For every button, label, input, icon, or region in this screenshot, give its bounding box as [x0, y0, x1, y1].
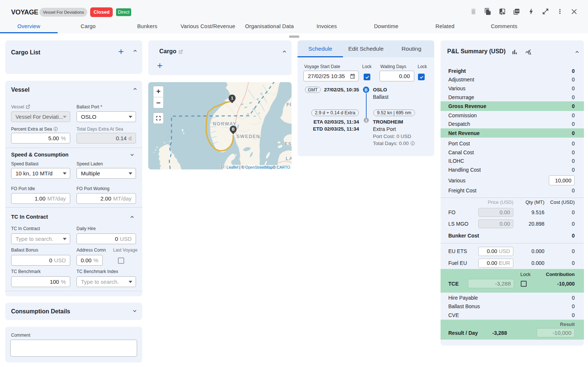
- tab-schedule[interactable]: Schedule: [298, 40, 343, 57]
- open-cargo-external-icon[interactable]: [178, 49, 183, 55]
- total-days-value-text: 0.14: [116, 135, 126, 141]
- value-text: 0: [572, 158, 575, 164]
- tab-edit-schedule[interactable]: Edit Schedule: [343, 40, 388, 57]
- more-icon[interactable]: [553, 7, 567, 16]
- fo-port-working-input[interactable]: 2.00MT/day: [77, 193, 136, 204]
- osm-link[interactable]: OpenStreetMap: [245, 165, 273, 169]
- address-comn-label: Address Comn: [77, 248, 106, 253]
- consumption-details-expand-icon[interactable]: [130, 306, 139, 315]
- waiting-days-input[interactable]: 0.00: [380, 71, 414, 81]
- lock-voyage-start-checkbox[interactable]: [364, 74, 370, 80]
- tab-bunkers[interactable]: Bunkers: [119, 19, 176, 33]
- speed-ballast-select[interactable]: 10 kn, 10 MT/d: [11, 168, 70, 179]
- delete-icon[interactable]: [466, 7, 480, 16]
- value-text: 10,000: [555, 178, 571, 184]
- speed-laden-select[interactable]: Multiple: [77, 168, 136, 179]
- label-text: Ballast Bonus: [448, 303, 572, 309]
- pnl-row: CVE0: [441, 311, 584, 320]
- vessel-collapse-icon[interactable]: [130, 84, 139, 93]
- info-icon[interactable]: [53, 127, 58, 131]
- bar-chart-icon[interactable]: [510, 47, 519, 56]
- voyage-start-date-input[interactable]: 27/02/25 10:35: [303, 71, 359, 81]
- value-text: 0: [572, 103, 575, 109]
- query-stats-icon[interactable]: [524, 47, 533, 56]
- total-days-extra-input: 0.14d: [77, 133, 136, 144]
- tab-various-cost-revenue[interactable]: Various Cost/Revenue: [176, 19, 240, 33]
- map-attribution: Leaflet | © OpenStreetMap© CARTO: [225, 165, 292, 169]
- tab-invoices[interactable]: Invoices: [299, 19, 354, 33]
- carto-link[interactable]: CARTO: [277, 165, 290, 169]
- pnl-row: ILOHC0: [441, 157, 584, 166]
- tc-benchmark-index-select[interactable]: Type to search.: [77, 276, 136, 287]
- fo-port-idle-input[interactable]: 1.00MT/day: [11, 193, 70, 204]
- close-icon[interactable]: [567, 7, 581, 16]
- external-link-icon[interactable]: [26, 104, 30, 109]
- map-fullscreen-button[interactable]: [153, 112, 164, 124]
- svg-text:B: B: [232, 127, 235, 131]
- pnl-collapse-icon[interactable]: [572, 47, 581, 56]
- expand-icon[interactable]: [538, 7, 553, 16]
- cargo-list-collapse-icon[interactable]: [130, 46, 139, 55]
- zoom-in-button[interactable]: +: [153, 86, 163, 97]
- fuel-eu-input[interactable]: 0.00EUR: [478, 259, 513, 268]
- result-band: Result Result / Day -3,288 -10,000: [441, 320, 584, 340]
- pane-resize-handle[interactable]: [289, 36, 299, 38]
- closed-status-button[interactable]: Closed: [90, 7, 113, 17]
- main-tabs: Overview Cargo Bunkers Various Cost/Reve…: [0, 19, 536, 33]
- pnl-row-gross-revenue: Gross Revenue0: [441, 101, 584, 111]
- speed-ballast-value-text: 10 kn, 10 MT/d: [16, 170, 52, 176]
- fo-port-idle-label: FO Port Idle: [11, 186, 35, 191]
- map-label-norway: NORWAY: [213, 121, 237, 127]
- zoom-out-button[interactable]: −: [153, 97, 163, 108]
- qty-text: 9.516: [513, 209, 544, 215]
- tab-cargo[interactable]: Cargo: [58, 19, 119, 33]
- consumption-details-card: Consumption Details: [5, 303, 142, 320]
- label-text: Various: [448, 178, 549, 184]
- eu-ets-input[interactable]: 0.00USD: [478, 247, 513, 256]
- value-text: 0: [572, 130, 575, 136]
- tc-in-contract-collapse-icon[interactable]: [128, 212, 136, 221]
- bolt-icon[interactable]: [524, 7, 538, 16]
- tab-routing[interactable]: Routing: [389, 40, 434, 57]
- daily-hire-input[interactable]: 0USD: [77, 233, 136, 244]
- calendar-icon[interactable]: [350, 73, 356, 79]
- address-comn-input[interactable]: 0.00%: [77, 255, 103, 266]
- last-voyage-checkbox[interactable]: [118, 257, 124, 264]
- tab-related[interactable]: Related: [418, 19, 472, 33]
- leg-speed-pill: 9.52 kn | 695 nm: [373, 110, 415, 116]
- voyage-map[interactable]: 1 B NORWAY SWEDEN DENMARK FI ES LA + − L…: [148, 82, 292, 169]
- leaflet-link[interactable]: Leaflet: [227, 165, 238, 169]
- percent-unit-text: %: [94, 257, 98, 263]
- mt-day-unit-text: MT/day: [47, 195, 66, 202]
- speed-consumption-expand-icon[interactable]: [128, 150, 136, 159]
- ballast-bonus-input[interactable]: 0USD: [11, 255, 70, 266]
- pnl-row: Handling Cost0: [441, 165, 584, 174]
- compare-icon[interactable]: [495, 7, 509, 16]
- vessel-select[interactable]: Vessel For Deviati...: [11, 111, 70, 122]
- cargo-collapse-icon[interactable]: [280, 47, 289, 56]
- tab-comments[interactable]: Comments: [472, 19, 536, 33]
- lock-waiting-days-checkbox[interactable]: [418, 74, 425, 80]
- tab-overview[interactable]: Overview: [0, 19, 58, 33]
- comment-textarea[interactable]: [10, 340, 137, 357]
- tab-organisational-data[interactable]: Organisational Data: [240, 19, 299, 33]
- lock-voyage-start-label: Lock: [362, 64, 371, 69]
- tce-lock-checkbox[interactable]: [521, 281, 527, 287]
- info-icon[interactable]: [410, 141, 415, 146]
- pdf-export-icon[interactable]: PDF: [509, 7, 524, 16]
- copy-icon[interactable]: [480, 7, 495, 16]
- tab-downtime[interactable]: Downtime: [354, 19, 418, 33]
- tc-in-contract-select[interactable]: Type to search.: [11, 233, 70, 244]
- price-text: 0.00: [487, 260, 497, 266]
- cost-text: 0: [544, 248, 575, 254]
- schedule-card: Schedule Edit Schedule Routing Voyage St…: [298, 40, 434, 156]
- add-cargo-icon[interactable]: [155, 61, 164, 70]
- percent-extra-input[interactable]: 5.00%: [11, 133, 70, 144]
- tc-benchmark-input[interactable]: 100%: [11, 276, 70, 287]
- pnl-summary-card: P&L Summary (USD) Freight0 Adjustment0 V…: [441, 40, 584, 346]
- add-cargo-list-icon[interactable]: [116, 47, 125, 56]
- ballast-port-select[interactable]: OSLO: [77, 111, 136, 122]
- various-cost-input[interactable]: 10,000: [549, 175, 575, 185]
- label-text: Port Cost: [448, 141, 572, 147]
- tc-in-contract-title: TC In Contract: [11, 214, 48, 220]
